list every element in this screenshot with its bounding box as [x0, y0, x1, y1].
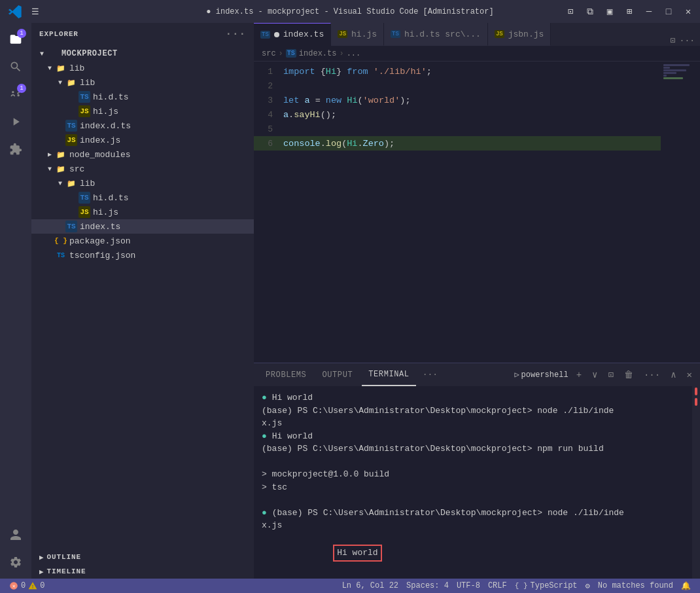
maximize-button[interactable]: □ [663, 7, 674, 17]
tree-src-lib[interactable]: ▼ 📁 lib [31, 176, 254, 190]
terminal-prompt-3b: x.js [262, 520, 282, 530]
terminal-line-4: (base) PS C:\Users\Administrator\Desktop… [262, 442, 684, 456]
split-editor-icon[interactable]: ⧉ [585, 7, 595, 17]
tree-lib-1[interactable]: ▼ 📁 lib [31, 61, 254, 75]
panel-tab-output[interactable]: OUTPUT [315, 363, 359, 386]
hamburger-menu-icon[interactable]: ☰ [29, 5, 42, 18]
status-errors[interactable]: ✕ 0 0 [5, 579, 48, 593]
sidebar-more-icon[interactable]: ··· [226, 28, 246, 40]
tree-file-hi-js-1[interactable]: ▶ JS hi.js [31, 104, 254, 118]
tree-file-tsconfig[interactable]: ▶ TS tsconfig.json [31, 248, 254, 262]
line-number-1: 1 [254, 67, 283, 77]
tab-hi-d-ts[interactable]: TS hi.d.ts src\... [384, 23, 488, 46]
code-line-6: 6 console.log(Hi.Zero); [254, 136, 661, 151]
minimap-line [663, 75, 667, 77]
status-language[interactable]: { } TypeScript [511, 579, 582, 593]
breadcrumb-file[interactable]: index.ts [299, 49, 337, 58]
tab-label-index-ts: index.ts [283, 29, 324, 39]
tree-src[interactable]: ▼ 📁 src [31, 162, 254, 176]
panel-actions: ▷ powershell + ∨ ⊡ 🗑 ··· ∧ ✕ [514, 368, 695, 382]
more-actions-tab-icon[interactable]: ··· [680, 36, 695, 46]
line-number-3: 3 [254, 96, 283, 105]
activity-item-extensions[interactable] [3, 136, 29, 162]
activity-item-source-control[interactable]: 1 [3, 81, 29, 107]
minimap-content [661, 62, 700, 363]
tab-jsbn-js[interactable]: JS jsbn.js [488, 23, 551, 46]
terminal-prompt-3: (base) PS C:\Users\Administrator\Desktop… [272, 508, 624, 518]
tree-file-hi-d-ts-1[interactable]: ▶ TS hi.d.ts [31, 90, 254, 104]
activity-item-search[interactable] [3, 54, 29, 80]
activity-item-account[interactable] [3, 522, 29, 548]
tree-file-src-hi-d-ts[interactable]: ▶ TS hi.d.ts [31, 190, 254, 205]
tab-hi-js[interactable]: JS hi.js [331, 23, 384, 46]
line-number-2: 2 [254, 81, 283, 91]
folder-icon: 📁 [55, 163, 67, 175]
breadcrumb-src[interactable]: src [262, 49, 276, 58]
minimize-button[interactable]: ─ [644, 7, 654, 17]
code-line-3: 3 let a = new Hi('world'); [254, 93, 661, 107]
chevron-down-icon: ▼ [55, 77, 65, 88]
status-feedback[interactable]: No matches found [594, 579, 677, 593]
activity-item-run-debug[interactable] [3, 109, 29, 135]
folder-icon: 📁 [55, 62, 67, 74]
more-layouts-icon[interactable]: ⊞ [624, 7, 635, 17]
tree-node-modules[interactable]: ▶ 📁 node_modules [31, 147, 254, 162]
panel-more-icon[interactable]: ··· [419, 370, 442, 380]
activity-item-settings[interactable] [3, 549, 29, 575]
status-position[interactable]: Ln 6, Col 22 [338, 579, 402, 593]
terminal-run-icon: ▷ [514, 370, 519, 380]
code-editor-container: 1 import {Hi} from './lib/hi'; 2 3 let a… [254, 62, 700, 363]
tree-file-src-index-ts[interactable]: ▶ TS index.ts [31, 219, 254, 234]
line-number-5: 5 [254, 124, 283, 134]
svg-text:✕: ✕ [12, 583, 16, 589]
panel-tab-problems[interactable]: PROBLEMS [259, 363, 313, 386]
split-editor-tab-icon[interactable]: ⊡ [671, 35, 676, 46]
tree-file-index-d-ts[interactable]: ▶ TS index.d.ts [31, 118, 254, 133]
chevron-right-icon: ▶ [44, 149, 55, 160]
status-sync-icon[interactable]: ⚙ [582, 579, 594, 593]
terminal-scroll-track[interactable] [692, 386, 700, 579]
timeline-label: TIMELINE [47, 567, 86, 575]
tree-file-package-json[interactable]: ▶ { } package.json [31, 234, 254, 248]
scroll-mark-2 [695, 398, 697, 406]
explorer-badge: 1 [17, 29, 26, 38]
layout-icon[interactable]: ⊡ [565, 7, 576, 17]
tree-file-src-hi-js[interactable]: ▶ JS hi.js [31, 205, 254, 219]
tree-file-index-js[interactable]: ▶ JS index.js [31, 133, 254, 147]
maximize-panel-icon[interactable]: ∧ [668, 368, 678, 382]
terminal-build-output-1: > mockproject@1.0.0 build [262, 469, 389, 479]
chevron-right-icon: ▶ [39, 567, 44, 576]
sidebar-spacer [31, 299, 254, 550]
status-encoding[interactable]: UTF-8 [453, 579, 484, 593]
status-language-text: TypeScript [531, 581, 578, 590]
more-terminal-icon[interactable]: ··· [641, 368, 663, 382]
toggle-panel-icon[interactable]: ▣ [604, 7, 615, 17]
status-bar: ✕ 0 0 Ln 6, Col 22 Spaces: 4 UTF-8 CRLF … [0, 579, 700, 593]
js-tab-icon: JS [338, 30, 347, 38]
code-editor[interactable]: 1 import {Hi} from './lib/hi'; 2 3 let a… [254, 62, 661, 363]
main-layout: 1 1 EXPLORER ··· [0, 23, 700, 579]
close-button[interactable]: ✕ [683, 7, 693, 17]
minimap-line [663, 67, 670, 69]
outline-header[interactable]: ▶ OUTLINE [31, 550, 254, 564]
status-line-ending[interactable]: CRLF [484, 579, 511, 593]
split-terminal-icon[interactable]: ⊡ [605, 368, 616, 382]
trash-terminal-icon[interactable]: 🗑 [621, 368, 636, 382]
activity-item-explorer[interactable]: 1 [3, 26, 29, 52]
terminal[interactable]: ● Hi world (base) PS C:\Users\Administra… [254, 386, 692, 579]
code-line-4: 4 a.sayHi(); [254, 107, 661, 122]
add-terminal-icon[interactable]: + [574, 368, 584, 382]
tree-root-mockproject[interactable]: ▼ MOCKPROJECT [31, 46, 254, 61]
timeline-header[interactable]: ▶ TIMELINE [31, 564, 254, 579]
terminal-hi-world-2: Hi world [272, 431, 313, 441]
breadcrumb-dots[interactable]: ... [347, 49, 361, 58]
tab-index-ts[interactable]: TS index.ts [254, 23, 331, 46]
panel-tab-terminal[interactable]: TERMINAL [362, 363, 415, 386]
tree-lib-lib[interactable]: ▼ 📁 lib [31, 75, 254, 90]
terminal-dropdown-icon[interactable]: ∨ [589, 368, 600, 382]
close-panel-icon[interactable]: ✕ [684, 368, 695, 382]
tab-label-hi-d-ts: hi.d.ts src\... [404, 29, 481, 39]
status-notification-icon[interactable]: 🔔 [677, 579, 695, 593]
status-spaces[interactable]: Spaces: 4 [402, 579, 453, 593]
breadcrumb-ts-icon: TS [286, 49, 296, 58]
